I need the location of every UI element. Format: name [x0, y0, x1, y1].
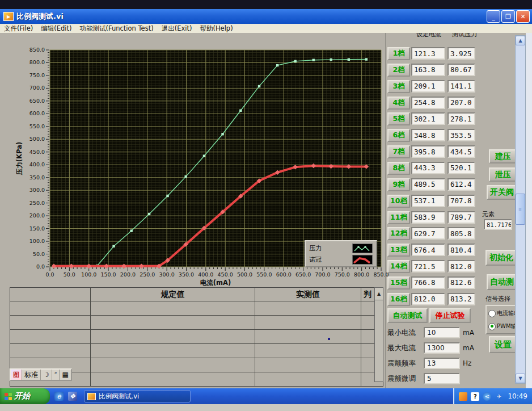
gear-button-13[interactable]: 13档 — [387, 244, 410, 257]
gear-pressure-value-14[interactable]: 812.0 — [447, 260, 475, 272]
gear-button-7[interactable]: 7档 — [387, 145, 410, 158]
gear-current-value-6[interactable]: 348.8 — [411, 129, 445, 141]
tray-language-icon[interactable]: < — [483, 392, 491, 401]
gear-button-2[interactable]: 2档 — [387, 64, 410, 77]
gear-button-16[interactable]: 16档 — [387, 293, 410, 306]
gear-current-value-10[interactable]: 537.1 — [411, 195, 445, 207]
ie-quicklaunch-icon[interactable]: e — [54, 392, 64, 401]
gear-current-value-2[interactable]: 163.8 — [411, 64, 445, 76]
gear-current-value-7[interactable]: 395.8 — [411, 145, 445, 158]
result-table-row-0[interactable] — [10, 301, 383, 316]
x-axis-title: 电流(mA) — [200, 279, 231, 287]
minimize-button[interactable]: _ — [487, 10, 500, 23]
gear-button-12[interactable]: 12档 — [387, 227, 410, 240]
gear-button-10[interactable]: 10档 — [387, 195, 410, 208]
signal-option-1[interactable]: PWM输出 — [487, 321, 516, 332]
gear-current-value-3[interactable]: 209.1 — [411, 80, 445, 93]
gear-current-value-12[interactable]: 629.7 — [411, 227, 445, 240]
start-button[interactable]: 开始 — [0, 388, 50, 404]
gear-pressure-value-6[interactable]: 353.5 — [447, 129, 475, 141]
stop-test-button[interactable]: 停止试验 — [429, 308, 471, 323]
result-table-row-2[interactable] — [10, 330, 383, 344]
menu-item-4[interactable]: 帮助(Help) — [196, 24, 237, 33]
result-table-row-3[interactable] — [10, 344, 383, 358]
gear-current-value-5[interactable]: 302.1 — [411, 112, 445, 125]
field-input-2[interactable]: 13 — [424, 358, 460, 369]
gear-button-15[interactable]: 15档 — [387, 276, 410, 290]
gear-current-value-1[interactable]: 121.3 — [411, 47, 445, 60]
gear-current-value-9[interactable]: 489.5 — [411, 178, 445, 191]
menu-item-3[interactable]: 退出(Exit) — [158, 24, 196, 33]
gear-pressure-value-8[interactable]: 520.1 — [447, 162, 475, 174]
gear-pressure-value-4[interactable]: 207.0 — [447, 97, 475, 109]
gear-pressure-value-9[interactable]: 612.4 — [447, 178, 475, 191]
gear-button-8[interactable]: 8档 — [387, 162, 410, 175]
menu-item-1[interactable]: 编辑(Edit) — [37, 24, 75, 33]
gear-pressure-value-12[interactable]: 805.8 — [447, 227, 475, 240]
y-tick-label: 100.0 — [29, 238, 45, 244]
gear-pressure-value-2[interactable]: 80.67 — [447, 64, 475, 76]
gear-current-value-13[interactable]: 676.4 — [411, 244, 445, 256]
result-table-row-1[interactable] — [10, 316, 383, 330]
ime-logo-icon[interactable]: 图 — [11, 370, 22, 380]
quicklaunch-icon-2[interactable]: ❖ — [68, 392, 77, 401]
auto-test-button[interactable]: 自动测试 — [387, 308, 428, 323]
gear-button-5[interactable]: 5档 — [387, 112, 410, 125]
element-value[interactable]: 81.7176 — [484, 219, 512, 230]
gear-current-value-16[interactable]: 812.0 — [411, 293, 445, 305]
initialize-button[interactable]: 初始化 — [485, 250, 517, 266]
switch-valve-button[interactable]: 开关阀 — [487, 185, 517, 200]
build-pressure-button[interactable]: 建压 — [489, 149, 517, 163]
ime-mode-label[interactable]: 标准 — [22, 370, 41, 380]
release-pressure-button[interactable]: 泄压 — [489, 167, 517, 182]
radio-selected-icon[interactable] — [488, 323, 496, 330]
gear-current-value-4[interactable]: 254.8 — [411, 97, 445, 109]
menu-item-2[interactable]: 功能测试(Function Test) — [75, 24, 157, 33]
gear-button-14[interactable]: 14档 — [387, 260, 410, 273]
gear-pressure-value-5[interactable]: 278.1 — [447, 112, 475, 125]
scroll-thumb[interactable]: ≡ — [516, 194, 525, 225]
tray-help-icon[interactable]: ? — [471, 392, 479, 401]
vertical-scrollbar[interactable]: ▲ ≡ ▼ — [515, 35, 526, 384]
gear-pressure-value-13[interactable]: 810.4 — [447, 244, 475, 256]
signal-option-0[interactable]: 电流输出 — [487, 308, 516, 319]
close-button[interactable]: ✕ — [516, 10, 530, 23]
scroll-down-button[interactable]: ▼ — [516, 374, 525, 383]
gear-button-6[interactable]: 6档 — [387, 129, 410, 142]
gear-current-value-8[interactable]: 443.3 — [411, 162, 445, 174]
series-marker — [258, 85, 260, 87]
settings-button[interactable]: 设置 — [489, 336, 517, 353]
gear-pressure-value-15[interactable]: 812.6 — [447, 276, 475, 289]
gear-pressure-value-3[interactable]: 141.1 — [447, 80, 475, 93]
gear-current-value-15[interactable]: 766.8 — [411, 276, 445, 289]
scroll-up-button[interactable]: ▲ — [516, 36, 525, 45]
gear-pressure-value-1[interactable]: 3.925 — [447, 47, 475, 60]
gear-button-9[interactable]: 9档 — [387, 178, 410, 191]
gear-pressure-value-11[interactable]: 789.7 — [447, 211, 475, 224]
gear-pressure-value-10[interactable]: 707.8 — [447, 195, 475, 207]
gear-pressure-value-16[interactable]: 813.2 — [447, 293, 475, 305]
result-table-scroll-up[interactable]: ▲ — [375, 288, 383, 300]
taskbar-task-item[interactable]: 比例阀测试.vi — [84, 390, 191, 402]
ime-keyboard-icon[interactable]: ▦ — [60, 370, 70, 380]
tray-user-icon[interactable] — [459, 392, 467, 401]
gear-button-11[interactable]: 11档 — [387, 211, 410, 224]
menu-item-0[interactable]: 文件(File) — [0, 24, 37, 33]
gear-current-value-11[interactable]: 583.9 — [411, 211, 445, 224]
result-table-scrollbar[interactable]: ▲ — [374, 287, 383, 382]
ime-punct-icon[interactable]: ” — [52, 370, 60, 380]
gear-button-1[interactable]: 1档 — [387, 47, 410, 60]
tray-device-icon[interactable]: ✈ — [495, 392, 503, 401]
gear-pressure-value-7[interactable]: 434.5 — [447, 145, 475, 158]
gear-button-4[interactable]: 4档 — [387, 97, 410, 110]
radio-unselected-icon[interactable] — [488, 310, 496, 317]
ime-bar[interactable]: 图 标准 ☽ ” ▦ — [10, 368, 72, 381]
gear-current-value-14[interactable]: 721.5 — [411, 260, 445, 272]
restore-button[interactable]: ❐ — [501, 10, 515, 23]
gear-button-3[interactable]: 3档 — [387, 80, 410, 93]
field-input-0[interactable]: 10 — [424, 327, 460, 338]
field-input-1[interactable]: 1300 — [424, 342, 460, 354]
ime-fullhalf-icon[interactable]: ☽ — [41, 370, 52, 380]
field-input-3[interactable]: 5 — [424, 373, 460, 384]
auto-measure-button[interactable]: 自动测 — [487, 274, 517, 290]
